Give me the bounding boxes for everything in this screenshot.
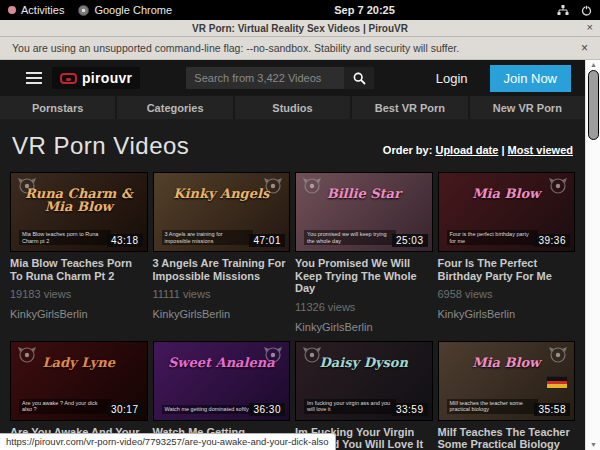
infobar-message: You are using an unsupported command-lin…: [10, 42, 590, 54]
search-icon: [353, 72, 366, 85]
scroll-down-arrow-icon[interactable]: ▼: [586, 441, 600, 449]
duration-badge: 36:30: [249, 403, 285, 416]
main-nav: Pornstars Categories Studios Best VR Por…: [0, 96, 585, 119]
video-views: 6958 views: [438, 288, 576, 300]
video-title-link[interactable]: Mia Blow Teaches Porn To Runa Charm Pt 2: [10, 257, 148, 282]
duration-badge: 33:59: [392, 403, 428, 416]
video-views: 19183 views: [10, 288, 148, 300]
infobar-close-button[interactable]: ×: [581, 41, 588, 55]
thumbnail-caption: Four is the perfect birthday party for m…: [447, 230, 539, 245]
video-studio-link[interactable]: KinkyGirlsBerlin: [153, 308, 291, 320]
thumbnail-overlay-name: Mia Blow: [439, 187, 575, 200]
video-card: Billie Star You promised we will keep tr…: [295, 172, 433, 333]
video-thumbnail[interactable]: Mia Blow Four is the perfect birthday pa…: [438, 172, 576, 252]
order-upload-date-link[interactable]: Upload date: [435, 144, 498, 156]
thumbnail-caption: Mia Blow teaches porn to Runa Charm pt 2: [19, 230, 111, 245]
window-title: VR Porn: Virtual Reality Sex Videos | Pi…: [192, 23, 408, 34]
network-tray-icon[interactable]: [557, 5, 569, 16]
video-card: Runa Charm & Mia Blow Mia Blow teaches p…: [10, 172, 148, 333]
chrome-app-icon: [78, 5, 89, 16]
thumbnail-overlay-name: Kinky Angels: [154, 187, 290, 200]
chrome-infobar: You are using an unsupported command-lin…: [0, 37, 600, 60]
video-card: Mia Blow Four is the perfect birthday pa…: [438, 172, 576, 333]
power-tray-icon[interactable]: [581, 5, 592, 16]
video-grid: Runa Charm & Mia Blow Mia Blow teaches p…: [10, 172, 575, 450]
site-header: pirouvr Login Join Now: [0, 60, 585, 96]
thumbnail-overlay-name: Mia Blow: [439, 356, 575, 369]
logo-text: pirouvr: [82, 70, 132, 86]
nav-item-pornstars[interactable]: Pornstars: [0, 96, 117, 119]
duration-badge: 43:18: [107, 234, 143, 247]
page-title: VR Porn Videos: [12, 132, 189, 160]
duration-badge: 30:17: [107, 403, 143, 416]
search-bar: [186, 67, 374, 89]
nav-item-studios[interactable]: Studios: [235, 96, 352, 119]
video-thumbnail[interactable]: Mia Blow Milf teaches the teacher some p…: [438, 341, 576, 421]
content-area: VR Porn Videos Order by: Upload date | M…: [0, 132, 585, 450]
video-card: Mia Blow Milf teaches the teacher some p…: [438, 341, 576, 450]
video-thumbnail[interactable]: Billie Star You promised we will keep tr…: [295, 172, 433, 252]
video-thumbnail[interactable]: Runa Charm & Mia Blow Mia Blow teaches p…: [10, 172, 148, 252]
order-by-label: Order by:: [383, 144, 433, 156]
login-link[interactable]: Login: [436, 71, 468, 86]
video-views: 11326 views: [295, 301, 433, 313]
web-page: pirouvr Login Join Now Pornstars Categor…: [0, 60, 600, 450]
video-studio-link[interactable]: KinkyGirlsBerlin: [438, 308, 576, 320]
thumbnail-caption: 3 Angels are training for impossible mis…: [162, 230, 254, 245]
order-by-controls: Order by: Upload date | Most viewed: [383, 144, 573, 160]
video-views: 11111 views: [153, 288, 291, 300]
video-title-link[interactable]: Milf Teaches The Teacher Some Practical …: [438, 426, 576, 450]
duration-badge: 39:36: [534, 234, 570, 247]
thumbnail-caption: Milf teaches the teacher some practical …: [447, 399, 539, 414]
video-studio-link[interactable]: KinkyGirlsBerlin: [295, 321, 433, 333]
video-title-link[interactable]: You Promised We Will Keep Trying The Who…: [295, 257, 433, 295]
video-studio-link[interactable]: KinkyGirlsBerlin: [10, 308, 148, 320]
nav-item-categories[interactable]: Categories: [117, 96, 234, 119]
duration-badge: 35:58: [534, 403, 570, 416]
activities-label: Activities: [21, 4, 64, 16]
duration-badge: 47:01: [249, 234, 285, 247]
video-thumbnail[interactable]: Kinky Angels 3 Angels are training for i…: [153, 172, 291, 252]
germany-flag-icon: [546, 376, 568, 389]
clock[interactable]: Sep 7 20:25: [172, 4, 557, 16]
video-title-link[interactable]: Four Is The Perfect Birthday Party For M…: [438, 257, 576, 282]
search-button[interactable]: [344, 67, 374, 89]
nav-item-new-vr-porn[interactable]: New VR Porn: [470, 96, 585, 119]
window-close-button[interactable]: ×: [587, 21, 593, 33]
page-scrollbar[interactable]: ▲ ▼: [585, 60, 600, 450]
thumbnail-caption: Watch me getting dominated softly: [162, 405, 254, 414]
site-logo[interactable]: pirouvr: [52, 67, 140, 89]
thumbnail-overlay-name: Runa Charm & Mia Blow: [11, 187, 147, 213]
thumbnail-overlay-name: Daisy Dyson: [296, 356, 432, 369]
app-name-label: Google Chrome: [94, 4, 172, 16]
duration-badge: 25:03: [392, 234, 428, 247]
thumbnail-caption: Im fucking your virgin ass and you will …: [304, 399, 396, 414]
thumbnail-overlay-name: Billie Star: [296, 187, 432, 200]
order-most-viewed-link[interactable]: Most viewed: [508, 144, 573, 156]
notification-dot-icon: [8, 6, 16, 14]
video-thumbnail[interactable]: Lady Lyne Are you awake ? And your dick …: [10, 341, 148, 421]
hamburger-menu-icon[interactable]: [26, 69, 42, 87]
activities-button[interactable]: Activities: [8, 4, 64, 16]
scroll-up-arrow-icon[interactable]: ▲: [586, 61, 600, 69]
thumbnail-caption: Are you awake ? And your dick also ?: [19, 399, 111, 414]
thumbnail-caption: You promised we will keep trying the who…: [304, 230, 396, 245]
vr-headset-icon: [60, 73, 77, 84]
video-thumbnail[interactable]: Sweet Analena Watch me getting dominated…: [153, 341, 291, 421]
search-input[interactable]: [186, 67, 344, 89]
thumbnail-overlay-name: Lady Lyne: [11, 356, 147, 369]
browser-title-bar: VR Porn: Virtual Reality Sex Videos | Pi…: [0, 20, 600, 37]
nav-item-best-vr-porn[interactable]: Best VR Porn: [352, 96, 469, 119]
scrollbar-thumb[interactable]: [588, 70, 599, 140]
thumbnail-overlay-name: Sweet Analena: [154, 356, 290, 369]
active-app-menu[interactable]: Google Chrome: [78, 4, 172, 16]
video-card: Kinky Angels 3 Angels are training for i…: [153, 172, 291, 333]
status-url-bubble: https://pirouvr.com/vr-porn-video/779325…: [0, 433, 336, 450]
join-now-button[interactable]: Join Now: [490, 65, 571, 92]
system-top-bar: Activities Google Chrome Sep 7 20:25: [0, 0, 600, 20]
video-title-link[interactable]: 3 Angels Are Training For Impossible Mis…: [153, 257, 291, 282]
video-thumbnail[interactable]: Daisy Dyson Im fucking your virgin ass a…: [295, 341, 433, 421]
